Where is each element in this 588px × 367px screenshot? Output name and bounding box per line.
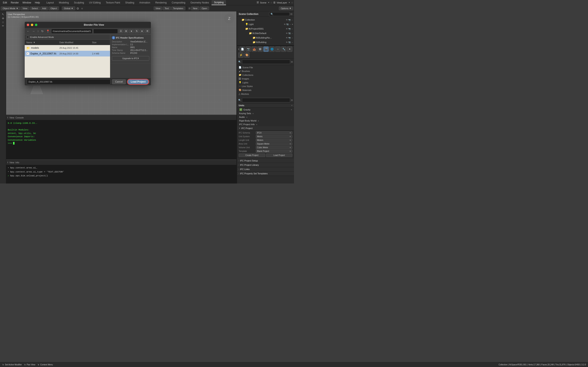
ifc-site-select-icon[interactable]: → [291,32,293,34]
gravity-row[interactable]: ✓ Gravity ≡ [237,108,294,111]
ifc-proj-select-icon[interactable]: → [291,28,293,30]
traffic-light-close[interactable] [27,24,29,26]
tab-geometry-nodes[interactable]: Geometry Nodes [188,0,212,5]
props-filter-icon[interactable]: ⊟ [291,99,293,101]
advanced-mode-checkbox[interactable] [26,36,29,38]
tab-shading[interactable]: Shading [123,0,137,5]
collections-item[interactable]: 📁 Collections [237,73,294,77]
tree-row-ifc-project[interactable]: 📁 IfcProject/0001 👁 📷 → [237,26,294,31]
keying-sets-options[interactable]: ≡ [252,113,254,115]
audio-row[interactable]: Audio ≡ [237,115,294,119]
scene-file-item[interactable]: 📄 Scene File [237,66,294,69]
options-btn[interactable]: Options ▼ [279,7,293,10]
ifc-b1-select-icon[interactable]: → [291,37,293,39]
filter-icon[interactable]: ⊟ [291,60,293,63]
tab-rendering[interactable]: Rendering [153,0,169,5]
tree-row-light[interactable]: 💡 Light 👁 📷 → ✦ [237,22,294,26]
tab-layout[interactable]: Layout [44,0,56,5]
tree-row-collection[interactable]: 📁 Collection 👁 📷 → [237,17,294,22]
info-type-icon[interactable]: ℹ [7,161,8,164]
length-unit-dropdown[interactable]: Meters ▼ [256,139,292,142]
ifc-proj-render-icon[interactable]: 📷 [288,28,291,30]
units-section-header[interactable]: Units ≡ [237,103,294,108]
view-grid-btn[interactable]: ⊞ [124,29,128,33]
scene-search-input[interactable] [242,59,290,64]
tree-row-ifc-site[interactable]: 📁 IfcSite/Default 👁 📷 → [237,31,294,35]
audio-options[interactable]: ≡ [246,116,247,118]
templates-btn[interactable]: Templates [171,7,185,10]
images-item[interactable]: 🖼 Images [237,77,294,81]
console-type-icon[interactable]: ℹ [7,117,8,119]
traffic-light-maximize[interactable] [35,24,37,26]
rigid-body-world-row[interactable]: Rigid Body World ≡ [237,119,294,123]
keying-sets-row[interactable]: Keying Sets ≡ [237,111,294,115]
ifc-project-info-row[interactable]: IFC Project Info ≡ [237,123,294,126]
col-render-icon[interactable]: 📷 [288,19,291,21]
ifc-b2-select-icon[interactable]: → [291,41,293,43]
area-unit-dropdown[interactable]: Square Metre ▼ [256,142,292,145]
ifc-project-section-header[interactable]: ▼ IFC Project [237,126,294,131]
col-name-header[interactable]: Name ▼ [26,41,60,44]
brushes-item[interactable]: 🖌 Brushes [237,69,294,73]
properties-search-input[interactable] [242,98,290,102]
modifier-icon-btn[interactable]: 🔧 [281,47,286,52]
nav-refresh-btn[interactable]: ↻ [40,29,44,33]
world-icon-btn[interactable]: 🌐 [269,47,275,52]
view-type-btn[interactable]: ⊞ [189,7,190,10]
scene-icon-btn active[interactable]: 🎬 [263,47,269,52]
file-row-models[interactable]: 📁 models 29 Aug 2022 15:45 [25,45,110,51]
ifc-info-options[interactable]: ≡ [256,124,257,125]
nav-location-btn[interactable]: 📍 [45,29,51,33]
menu-help[interactable]: Help [33,1,42,4]
menu-edit[interactable]: Edit [1,1,9,4]
tab-compositing[interactable]: Compositing [169,0,188,5]
ifc-schema-dropdown[interactable]: IFC4 ▼ [256,131,292,134]
outliner-filter-btn[interactable]: ⊟ [290,13,292,16]
gravity-checkbox[interactable]: ✓ [240,108,242,111]
scene-file-icon-btn[interactable]: 📄 [240,47,245,52]
view-options-btn[interactable]: ▼ [129,29,134,33]
prop-panel-type-icon[interactable]: ℹ [238,48,239,50]
annotate-icon[interactable]: ✏ [2,25,4,27]
load-project-btn[interactable]: Load Project [127,79,149,84]
lights-item[interactable]: 💡 Lights [237,81,294,84]
view-layer-selector[interactable]: ViewLayer [277,1,287,4]
line-styles-item[interactable]: 〰 Line Styles [237,84,294,88]
object-btn[interactable]: Object [49,7,59,10]
viewport-gizmo[interactable]: Z [224,13,234,24]
filename-input[interactable] [27,79,111,84]
menu-window[interactable]: Window [21,1,33,4]
cancel-btn[interactable]: Cancel [112,79,126,84]
filter-btn[interactable]: ▼ [140,29,144,33]
ifc-project-library-section[interactable]: › IFC Project Library [237,163,294,167]
traffic-light-minimize[interactable] [31,24,33,26]
toolbar-strip-icons[interactable]: □ [2,21,4,24]
nav-forward-btn[interactable]: → [31,29,36,33]
mode-select[interactable]: Object Mode ▼ [1,7,20,10]
light-vis-icon[interactable]: 👁 [284,23,286,25]
light-select-icon[interactable]: → [289,23,291,25]
upgrade-to-ifc4-btn[interactable]: Upgrade to IFC4 [112,56,149,60]
console-view-btn[interactable]: View [9,117,14,119]
create-project-btn[interactable]: Create Project [239,154,265,157]
ifc-prop-set-templates-section[interactable]: › IFC Property Set Templates [237,171,294,176]
ifc-b1-vis-icon[interactable]: 👁 [286,37,288,39]
console-content[interactable]: 0.0 (clang-1100.0.33.. Builtin Modules: … [6,120,236,159]
view-list-btn[interactable]: ☰ [119,29,123,33]
ifc-b2-render-icon[interactable]: 📷 [288,41,291,43]
load-project-sidebar-btn[interactable]: Load Project [266,154,293,157]
view-layer-icon-btn[interactable]: 🖼 [258,47,263,52]
gravity-options-icon[interactable]: ≡ [291,109,292,111]
menu-render[interactable]: Render [9,1,20,4]
light-render-icon[interactable]: 📷 [286,23,289,25]
col-date-header[interactable]: Date Modified [60,41,92,44]
ifc-b2-vis-icon[interactable]: 👁 [286,41,288,43]
tree-row-ifc-building-2[interactable]: 📁 IfcBuilding 👁 📷 → [237,40,294,44]
render-icon-btn[interactable]: 📷 [246,47,251,52]
materials-item[interactable]: 🎨 Materials [237,88,294,92]
rigid-body-options[interactable]: ≡ [258,120,259,122]
viewport[interactable]: User Perspective (1) Collection | IfcSpa… [6,11,236,115]
meshes-item[interactable]: △ Meshes [237,92,294,96]
output-icon-btn[interactable]: 📤 [251,47,257,52]
ifc-links-section[interactable]: › IFC Links [237,167,294,171]
